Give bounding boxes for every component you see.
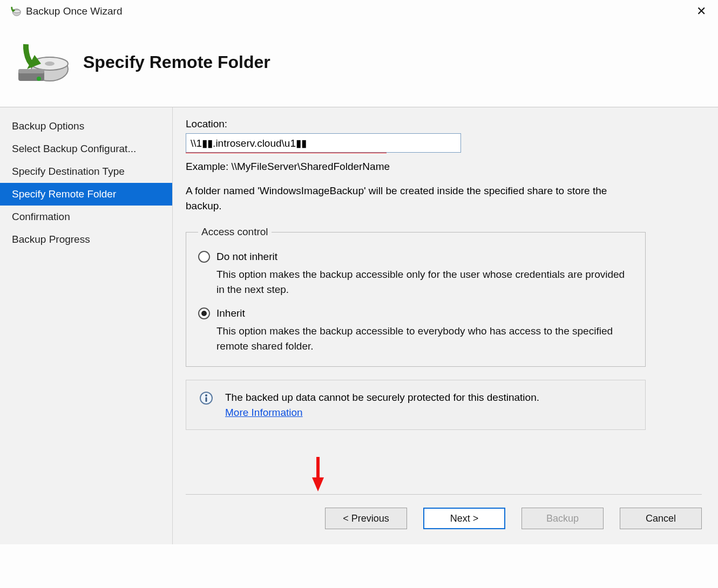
sidebar-item-backup-options[interactable]: Backup Options xyxy=(0,115,172,138)
info-icon xyxy=(199,391,213,405)
sidebar-item-confirmation[interactable]: Confirmation xyxy=(0,206,172,228)
backup-app-icon xyxy=(10,5,22,17)
page-header: Specify Remote Folder xyxy=(0,22,718,107)
radio-inherit-desc: This option makes the backup accessible … xyxy=(216,324,633,353)
svg-point-9 xyxy=(205,394,207,396)
svg-point-4 xyxy=(45,61,55,66)
sidebar-item-label: Backup Progress xyxy=(12,234,90,245)
close-button[interactable]: ✕ xyxy=(692,4,710,18)
location-input[interactable] xyxy=(186,133,461,153)
window-title: Backup Once Wizard xyxy=(26,5,122,17)
page-title: Specify Remote Folder xyxy=(83,52,270,72)
radio-do-not-inherit-label: Do not inherit xyxy=(216,251,277,263)
access-control-legend: Access control xyxy=(198,226,272,238)
info-text: The backed up data cannot be securely pr… xyxy=(225,392,539,403)
access-control-group: Access control Do not inherit This optio… xyxy=(186,226,646,367)
svg-point-7 xyxy=(37,77,41,81)
location-label: Location: xyxy=(186,118,702,130)
sidebar-item-select-config[interactable]: Select Backup Configurat... xyxy=(0,138,172,160)
radio-inherit-label: Inherit xyxy=(216,307,245,319)
info-panel: The backed up data cannot be securely pr… xyxy=(186,380,646,430)
sidebar-item-destination-type[interactable]: Specify Destination Type xyxy=(0,160,172,183)
next-button[interactable]: Next > xyxy=(423,508,505,529)
sidebar-item-label: Backup Options xyxy=(12,120,84,132)
radio-do-not-inherit-desc: This option makes the backup accessible … xyxy=(216,267,633,297)
cancel-button[interactable]: Cancel xyxy=(620,508,702,529)
sidebar-item-label: Specify Destination Type xyxy=(12,166,125,177)
wizard-steps-sidebar: Backup Options Select Backup Configurat.… xyxy=(0,107,173,544)
sidebar-item-label: Confirmation xyxy=(12,211,70,222)
folder-note: A folder named 'WindowsImageBackup' will… xyxy=(186,183,639,213)
previous-button[interactable]: < Previous xyxy=(325,508,407,529)
backup-button: Backup xyxy=(521,508,604,529)
sidebar-item-remote-folder[interactable]: Specify Remote Folder xyxy=(0,183,172,206)
radio-do-not-inherit[interactable] xyxy=(198,251,210,263)
sidebar-item-label: Specify Remote Folder xyxy=(12,188,116,200)
title-bar[interactable]: Backup Once Wizard ✕ xyxy=(0,0,718,22)
svg-rect-6 xyxy=(18,69,44,73)
svg-rect-10 xyxy=(206,397,207,402)
sidebar-item-label: Select Backup Configurat... xyxy=(12,143,136,154)
wizard-footer: < Previous Next > Backup Cancel xyxy=(186,494,702,531)
more-information-link[interactable]: More Information xyxy=(225,407,303,418)
location-example: Example: \\MyFileServer\SharedFolderName xyxy=(186,161,702,173)
radio-inherit[interactable] xyxy=(198,307,210,319)
backup-wizard-icon xyxy=(11,38,70,86)
sidebar-item-backup-progress[interactable]: Backup Progress xyxy=(0,228,172,251)
